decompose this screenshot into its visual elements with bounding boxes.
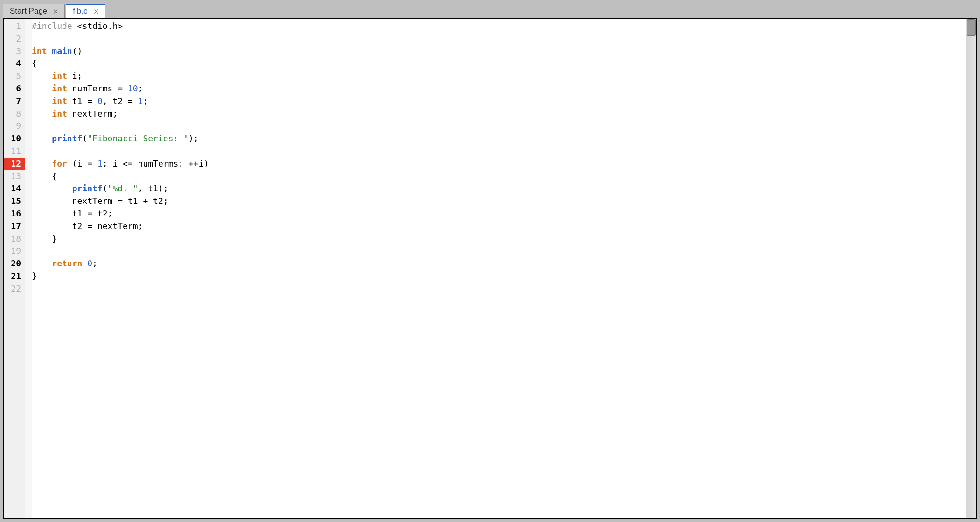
token: int [32,46,47,56]
token: ; [143,96,148,106]
token: ; [92,258,97,268]
code-line[interactable]: int numTerms = 10; [32,83,966,95]
token: ( [103,183,108,193]
token: int [52,109,67,118]
line-number[interactable]: 21 [4,270,25,283]
token [32,183,72,193]
code-line[interactable]: { [32,170,966,183]
code-line[interactable]: return 0; [32,258,966,270]
token: ; [138,84,143,93]
line-number[interactable]: 15 [4,195,25,208]
token: ( [82,133,87,143]
token: i; [67,71,83,81]
line-number[interactable]: 3 [4,45,25,58]
code-area[interactable]: #include <stdio.h> int main(){ int i; in… [32,19,966,518]
line-number[interactable]: 11 [4,145,25,158]
code-line[interactable]: nextTerm = t1 + t2; [32,195,966,208]
line-number-gutter[interactable]: 12345678910111213141516171819202122 [4,19,25,518]
token [47,46,52,56]
code-line[interactable]: t2 = nextTerm; [32,220,966,233]
code-line[interactable] [32,33,966,45]
code-line[interactable]: } [32,233,966,245]
token: "Fibonacci Series: " [87,133,188,143]
marker-column[interactable] [25,19,32,518]
code-editor[interactable]: 12345678910111213141516171819202122 #inc… [4,19,966,518]
line-number[interactable]: 9 [4,120,25,132]
token: #include [32,21,77,31]
line-number[interactable]: 7 [4,95,25,108]
line-number[interactable]: 10 [4,132,25,145]
token: int [52,96,67,106]
token: 1 [97,159,103,168]
line-number[interactable]: 14 [4,182,25,195]
line-number[interactable]: 19 [4,245,25,258]
line-number[interactable]: 4 [4,57,25,70]
scrollbar-thumb[interactable] [967,19,976,36]
line-number[interactable]: 22 [4,283,25,295]
line-number[interactable]: 16 [4,208,25,220]
code-line[interactable]: #include <stdio.h> [32,20,966,33]
token [32,258,52,268]
token: , t1); [138,183,168,193]
token: t1 = t2; [32,209,112,218]
tab-start-page[interactable]: Start Page✕ [3,4,65,18]
tab-bar: Start Page✕fib.c✕ [0,0,980,18]
line-number[interactable]: 8 [4,108,25,120]
token: t2 = nextTerm; [32,221,143,231]
token: for [52,159,67,168]
token: ; i <= numTerms; ++i) [103,159,209,168]
vertical-scrollbar[interactable] [966,19,976,518]
code-line[interactable] [32,283,966,295]
code-line[interactable]: printf("Fibonacci Series: "); [32,132,966,145]
line-number[interactable]: 20 [4,258,25,270]
code-line[interactable]: int main() [32,45,966,58]
breakpoint-line-number[interactable]: 12 [4,158,25,170]
code-line[interactable] [32,145,966,158]
token: { [32,58,37,68]
line-number[interactable]: 13 [4,170,25,183]
token: () [72,46,83,56]
token [32,84,52,93]
token: t1 = [67,96,97,106]
line-number[interactable]: 5 [4,70,25,83]
token: 1 [138,96,143,106]
token: numTerms = [67,84,128,93]
line-number[interactable]: 18 [4,233,25,245]
code-line[interactable]: int nextTerm; [32,108,966,120]
code-line[interactable]: printf("%d, ", t1); [32,182,966,195]
close-icon[interactable]: ✕ [52,8,60,15]
code-line[interactable]: t1 = t2; [32,208,966,220]
token: nextTerm = t1 + t2; [32,196,168,206]
code-line[interactable]: { [32,57,966,70]
tab-fib-c[interactable]: fib.c✕ [66,4,105,18]
token: return [52,258,82,268]
code-line[interactable]: for (i = 1; i <= numTerms; ++i) [32,158,966,170]
token: 0 [87,258,92,268]
code-line[interactable] [32,120,966,132]
token: printf [72,183,103,193]
line-number[interactable]: 1 [4,20,25,33]
token [32,133,52,143]
token [82,258,87,268]
token [32,109,52,118]
token: } [32,234,57,244]
editor-pane: 12345678910111213141516171819202122 #inc… [3,18,977,519]
code-line[interactable]: int t1 = 0, t2 = 1; [32,95,966,108]
token: (i = [67,159,97,168]
line-number[interactable]: 6 [4,83,25,95]
line-number[interactable]: 17 [4,220,25,233]
code-line[interactable]: } [32,270,966,283]
line-number[interactable]: 2 [4,33,25,45]
tab-label: Start Page [10,7,47,16]
token: "%d, " [108,183,138,193]
token [32,96,52,106]
close-icon[interactable]: ✕ [92,8,100,15]
tab-label: fib.c [73,7,87,16]
token: main [52,46,72,56]
code-line[interactable] [32,245,966,258]
token: 0 [97,96,103,106]
token [32,159,52,168]
token: { [32,171,57,181]
code-line[interactable]: int i; [32,70,966,83]
token: int [52,84,67,93]
